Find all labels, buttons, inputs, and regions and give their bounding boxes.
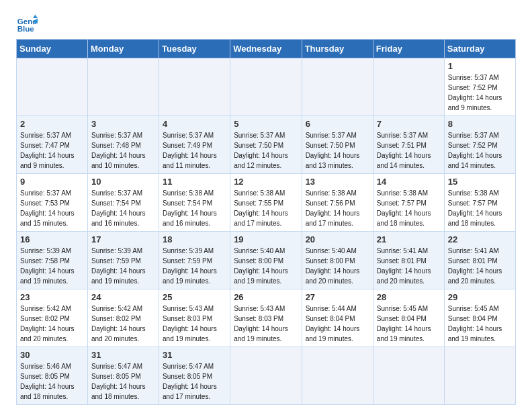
- day-number: 11: [163, 177, 226, 187]
- calendar-cell: [88, 58, 159, 116]
- day-info: Sunrise: 5:37 AMSunset: 7:50 PMDaylight:…: [234, 132, 288, 169]
- calendar-cell: 31 Sunrise: 5:47 AMSunset: 8:05 PMDaylig…: [159, 347, 230, 405]
- day-info: Sunrise: 5:37 AMSunset: 7:54 PMDaylight:…: [91, 189, 146, 227]
- day-number: 18: [163, 234, 226, 244]
- logo: General Blue: [16, 13, 40, 35]
- day-info: Sunrise: 5:45 AMSunset: 8:04 PMDaylight:…: [448, 305, 502, 342]
- calendar-cell: [373, 347, 444, 405]
- day-number: 7: [377, 119, 441, 129]
- day-number: 14: [377, 177, 441, 187]
- day-number: 5: [234, 119, 298, 129]
- day-number: 25: [163, 292, 226, 302]
- day-number: 28: [377, 292, 441, 302]
- day-number: 23: [20, 292, 84, 302]
- calendar-cell: [230, 58, 302, 116]
- calendar-cell: 16 Sunrise: 5:39 AMSunset: 7:58 PMDaylig…: [17, 232, 88, 289]
- calendar-cell: 8 Sunrise: 5:37 AMSunset: 7:52 PMDayligh…: [444, 116, 515, 174]
- day-number: 31: [91, 350, 155, 360]
- day-number: 15: [448, 177, 512, 187]
- calendar-cell: 19 Sunrise: 5:40 AMSunset: 8:00 PMDaylig…: [230, 232, 302, 289]
- calendar-cell: [302, 347, 373, 405]
- day-info: Sunrise: 5:47 AMSunset: 8:05 PMDaylight:…: [163, 363, 217, 400]
- calendar-cell: 4 Sunrise: 5:37 AMSunset: 7:49 PMDayligh…: [159, 116, 230, 174]
- svg-marker-2: [33, 15, 38, 18]
- day-info: Sunrise: 5:44 AMSunset: 8:04 PMDaylight:…: [306, 305, 360, 342]
- day-number: 6: [306, 119, 369, 129]
- calendar-cell: 11 Sunrise: 5:38 AMSunset: 7:54 PMDaylig…: [159, 174, 230, 232]
- day-number: 9: [20, 177, 84, 187]
- day-number: 1: [448, 61, 512, 71]
- calendar-cell: 18 Sunrise: 5:39 AMSunset: 7:59 PMDaylig…: [159, 232, 230, 289]
- day-number: 2: [20, 119, 84, 129]
- day-info: Sunrise: 5:37 AMSunset: 7:48 PMDaylight:…: [91, 132, 146, 169]
- day-info: Sunrise: 5:42 AMSunset: 8:02 PMDaylight:…: [20, 305, 75, 342]
- day-info: Sunrise: 5:37 AMSunset: 7:47 PMDaylight:…: [20, 132, 75, 169]
- day-number: 12: [234, 177, 298, 187]
- day-info: Sunrise: 5:43 AMSunset: 8:03 PMDaylight:…: [163, 305, 217, 342]
- day-number: 21: [377, 234, 441, 244]
- day-info: Sunrise: 5:37 AMSunset: 7:52 PMDaylight:…: [448, 74, 502, 111]
- day-info: Sunrise: 5:41 AMSunset: 8:01 PMDaylight:…: [377, 247, 431, 285]
- day-info: Sunrise: 5:47 AMSunset: 8:05 PMDaylight:…: [91, 363, 146, 400]
- day-info: Sunrise: 5:39 AMSunset: 7:59 PMDaylight:…: [163, 247, 217, 285]
- header-cell-wednesday: Wednesday: [230, 40, 302, 58]
- calendar-week-2: 2 Sunrise: 5:37 AMSunset: 7:47 PMDayligh…: [17, 116, 516, 174]
- day-number: 22: [448, 234, 512, 244]
- day-number: 10: [91, 177, 155, 187]
- day-number: 13: [306, 177, 369, 187]
- calendar-cell: [159, 58, 230, 116]
- calendar-week-3: 9 Sunrise: 5:37 AMSunset: 7:53 PMDayligh…: [17, 174, 516, 232]
- day-number: 27: [306, 292, 369, 302]
- day-info: Sunrise: 5:38 AMSunset: 7:55 PMDaylight:…: [234, 189, 288, 227]
- day-info: Sunrise: 5:37 AMSunset: 7:49 PMDaylight:…: [163, 132, 217, 169]
- calendar-cell: 2 Sunrise: 5:37 AMSunset: 7:47 PMDayligh…: [17, 116, 88, 174]
- calendar-cell: 5 Sunrise: 5:37 AMSunset: 7:50 PMDayligh…: [230, 116, 302, 174]
- calendar-cell: 14 Sunrise: 5:38 AMSunset: 7:57 PMDaylig…: [373, 174, 444, 232]
- day-info: Sunrise: 5:41 AMSunset: 8:01 PMDaylight:…: [448, 247, 502, 285]
- calendar-cell: 6 Sunrise: 5:37 AMSunset: 7:50 PMDayligh…: [302, 116, 373, 174]
- calendar-cell: 25 Sunrise: 5:43 AMSunset: 8:03 PMDaylig…: [159, 289, 230, 347]
- calendar-cell: 28 Sunrise: 5:45 AMSunset: 8:04 PMDaylig…: [373, 289, 444, 347]
- day-info: Sunrise: 5:37 AMSunset: 7:52 PMDaylight:…: [448, 132, 502, 169]
- day-number: 26: [234, 292, 298, 302]
- header-cell-friday: Friday: [373, 40, 444, 58]
- calendar-cell: 20 Sunrise: 5:40 AMSunset: 8:00 PMDaylig…: [302, 232, 373, 289]
- logo-icon: General Blue: [16, 13, 38, 35]
- calendar-week-1: 1 Sunrise: 5:37 AMSunset: 7:52 PMDayligh…: [17, 58, 516, 116]
- day-info: Sunrise: 5:43 AMSunset: 8:03 PMDaylight:…: [234, 305, 288, 342]
- calendar-week-4: 16 Sunrise: 5:39 AMSunset: 7:58 PMDaylig…: [17, 232, 516, 289]
- calendar-cell: 22 Sunrise: 5:41 AMSunset: 8:01 PMDaylig…: [444, 232, 515, 289]
- day-info: Sunrise: 5:45 AMSunset: 8:04 PMDaylight:…: [377, 305, 431, 342]
- day-info: Sunrise: 5:37 AMSunset: 7:53 PMDaylight:…: [20, 189, 75, 227]
- day-info: Sunrise: 5:37 AMSunset: 7:50 PMDaylight:…: [306, 132, 360, 169]
- day-number: 24: [91, 292, 155, 302]
- calendar-table: SundayMondayTuesdayWednesdayThursdayFrid…: [16, 39, 516, 405]
- day-info: Sunrise: 5:39 AMSunset: 7:58 PMDaylight:…: [20, 247, 75, 285]
- calendar-week-5: 23 Sunrise: 5:42 AMSunset: 8:02 PMDaylig…: [17, 289, 516, 347]
- calendar-cell: [302, 58, 373, 116]
- day-info: Sunrise: 5:39 AMSunset: 7:59 PMDaylight:…: [91, 247, 146, 285]
- calendar-cell: 30 Sunrise: 5:46 AMSunset: 8:05 PMDaylig…: [17, 347, 88, 405]
- header-row: SundayMondayTuesdayWednesdayThursdayFrid…: [17, 40, 516, 58]
- day-number: 4: [163, 119, 226, 129]
- calendar-cell: [17, 58, 88, 116]
- day-number: 3: [91, 119, 155, 129]
- day-number: 20: [306, 234, 369, 244]
- calendar-cell: 21 Sunrise: 5:41 AMSunset: 8:01 PMDaylig…: [373, 232, 444, 289]
- calendar-cell: 9 Sunrise: 5:37 AMSunset: 7:53 PMDayligh…: [17, 174, 88, 232]
- calendar-cell: [373, 58, 444, 116]
- day-info: Sunrise: 5:38 AMSunset: 7:57 PMDaylight:…: [448, 189, 502, 227]
- day-number: 16: [20, 234, 84, 244]
- day-info: Sunrise: 5:40 AMSunset: 8:00 PMDaylight:…: [306, 247, 360, 285]
- calendar-cell: [444, 347, 515, 405]
- calendar-cell: 31 Sunrise: 5:47 AMSunset: 8:05 PMDaylig…: [88, 347, 159, 405]
- day-info: Sunrise: 5:37 AMSunset: 7:51 PMDaylight:…: [377, 132, 431, 169]
- calendar-cell: 23 Sunrise: 5:42 AMSunset: 8:02 PMDaylig…: [17, 289, 88, 347]
- calendar-cell: 27 Sunrise: 5:44 AMSunset: 8:04 PMDaylig…: [302, 289, 373, 347]
- header-cell-monday: Monday: [88, 40, 159, 58]
- header-cell-sunday: Sunday: [17, 40, 88, 58]
- calendar-cell: 24 Sunrise: 5:42 AMSunset: 8:02 PMDaylig…: [88, 289, 159, 347]
- day-number: 8: [448, 119, 512, 129]
- calendar-week-6: 30 Sunrise: 5:46 AMSunset: 8:05 PMDaylig…: [17, 347, 516, 405]
- day-info: Sunrise: 5:46 AMSunset: 8:05 PMDaylight:…: [20, 363, 75, 400]
